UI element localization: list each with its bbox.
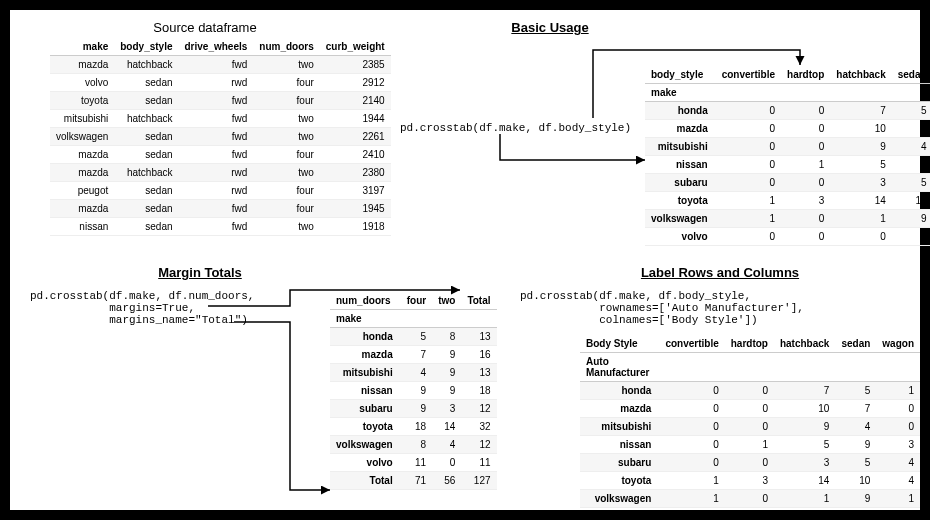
col-header: sedan [892, 66, 930, 84]
table-row: toyota1314104 [645, 192, 930, 210]
table-row: mitsubishi00940 [580, 418, 920, 436]
col-header: hardtop [725, 335, 774, 353]
col-header: two [432, 292, 461, 310]
col-header: four [401, 292, 432, 310]
table-row: mazda001070 [580, 400, 920, 418]
row-index: mazda [330, 346, 401, 364]
row-index: volkswagen [580, 490, 659, 508]
row-index: volkswagen [330, 436, 401, 454]
margin-table: num_doorsfourtwoTotalmake honda5813mazda… [330, 292, 497, 490]
col-header: Total [461, 292, 496, 310]
table-row: volvosedanrwdfour2912 [50, 74, 391, 92]
table-row: nissansedanfwdtwo1918 [50, 218, 391, 236]
row-index: mitsubishi [645, 138, 716, 156]
table-row: toyota181432 [330, 418, 497, 436]
code-margin: pd.crosstab(df.make, df.num_doors, margi… [30, 290, 254, 326]
table-row: honda5813 [330, 328, 497, 346]
table-row: mitsubishi00940 [645, 138, 930, 156]
table-row: nissan01593 [580, 436, 920, 454]
table-row: peugotsedanrwdfour3197 [50, 182, 391, 200]
basic-table: body_styleconvertiblehardtophatchbacksed… [645, 66, 930, 246]
table-row: volkswagen8412 [330, 436, 497, 454]
row-index: subaru [580, 454, 659, 472]
row-index: subaru [330, 400, 401, 418]
row-index: honda [580, 382, 659, 400]
heading-margin: Margin Totals [140, 265, 260, 280]
table-row: mazdasedanfwdfour1945 [50, 200, 391, 218]
table-row: Total7156127 [330, 472, 497, 490]
col-header: wagon [876, 335, 920, 353]
col-header: hardtop [781, 66, 830, 84]
table-row: subaru00354 [645, 174, 930, 192]
index-name: make [645, 84, 716, 102]
row-index: honda [645, 102, 716, 120]
table-row: honda00751 [645, 102, 930, 120]
col-header: drive_wheels [179, 38, 254, 56]
index-name: make [330, 310, 401, 328]
table-row: subaru9312 [330, 400, 497, 418]
table-row: mazdahatchbackfwdtwo2385 [50, 56, 391, 74]
table-row: volvo11011 [330, 454, 497, 472]
table-row: toyotasedanfwdfour2140 [50, 92, 391, 110]
col-header: convertible [716, 66, 781, 84]
source-table-wrap: makebody_styledrive_wheelsnum_doorscurb_… [50, 38, 391, 236]
col-header: hatchback [830, 66, 891, 84]
margin-table-wrap: num_doorsfourtwoTotalmake honda5813mazda… [330, 292, 497, 490]
code-label: pd.crosstab(df.make, df.body_style, rown… [520, 290, 804, 326]
columns-name: num_doors [330, 292, 401, 310]
table-row: mazdahatchbackrwdtwo2380 [50, 164, 391, 182]
row-index: mitsubishi [330, 364, 401, 382]
row-index: Total [330, 472, 401, 490]
heading-label: Label Rows and Columns [620, 265, 820, 280]
col-header: num_doors [253, 38, 319, 56]
row-index: volkswagen [645, 210, 716, 228]
col-header: convertible [659, 335, 724, 353]
row-index: volvo [580, 508, 659, 521]
row-index: mazda [580, 400, 659, 418]
heading-basic: Basic Usage [490, 20, 610, 35]
row-index: toyota [645, 192, 716, 210]
row-index: toyota [580, 472, 659, 490]
table-row: honda00751 [580, 382, 920, 400]
heading-source: Source dataframe [90, 20, 320, 35]
row-index: honda [330, 328, 401, 346]
table-row: volkswagen10191 [580, 490, 920, 508]
row-index: volvo [330, 454, 401, 472]
col-header: hatchback [774, 335, 835, 353]
table-row: subaru00354 [580, 454, 920, 472]
row-index: volvo [645, 228, 716, 246]
table-row: mitsubishihatchbackfwdtwo1944 [50, 110, 391, 128]
row-index: subaru [645, 174, 716, 192]
index-name: Auto Manufacturer [580, 353, 659, 382]
page: Source dataframe makebody_styledrive_whe… [10, 10, 920, 510]
table-row: mazdasedanfwdfour2410 [50, 146, 391, 164]
col-header: sedan [835, 335, 876, 353]
table-row: mitsubishi4913 [330, 364, 497, 382]
table-row: volvo00083 [645, 228, 930, 246]
table-row: mazda7916 [330, 346, 497, 364]
row-index: toyota [330, 418, 401, 436]
label-table-wrap: Body Styleconvertiblehardtophatchbacksed… [580, 335, 920, 520]
col-header: body_style [114, 38, 178, 56]
row-index: nissan [330, 382, 401, 400]
row-index: nissan [645, 156, 716, 174]
row-index: mitsubishi [580, 418, 659, 436]
code-basic: pd.crosstab(df.make, df.body_style) [400, 122, 631, 134]
columns-name: body_style [645, 66, 716, 84]
table-row: nissan9918 [330, 382, 497, 400]
columns-name: Body Style [580, 335, 659, 353]
table-row: volkswagensedanfwdtwo2261 [50, 128, 391, 146]
row-index: mazda [645, 120, 716, 138]
table-row: volvo00083 [580, 508, 920, 521]
source-table: makebody_styledrive_wheelsnum_doorscurb_… [50, 38, 391, 236]
basic-table-wrap: body_styleconvertiblehardtophatchbacksed… [645, 66, 930, 246]
row-index: nissan [580, 436, 659, 454]
table-row: toyota1314104 [580, 472, 920, 490]
table-row: nissan01593 [645, 156, 930, 174]
table-row: mazda001070 [645, 120, 930, 138]
col-header: curb_weight [320, 38, 391, 56]
label-table: Body Styleconvertiblehardtophatchbacksed… [580, 335, 920, 520]
col-header: make [50, 38, 114, 56]
table-row: volkswagen10191 [645, 210, 930, 228]
